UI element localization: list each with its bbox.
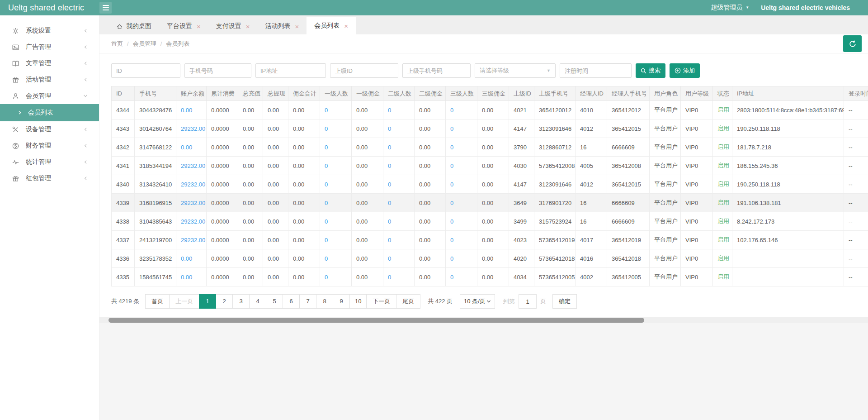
cell-phone: 2413219700 xyxy=(135,231,176,249)
filter-parent-id-input[interactable] xyxy=(330,63,398,78)
link-l1_count[interactable]: 0 xyxy=(325,200,328,206)
link-balance[interactable]: 29232.00 xyxy=(181,200,205,206)
link-l3_count[interactable]: 0 xyxy=(450,125,453,132)
sidebar-item-system-settings[interactable]: 系统设置 xyxy=(0,23,99,39)
cell-consume: 0.0000 xyxy=(207,119,238,138)
tab-payment-settings[interactable]: 支付设置 × xyxy=(208,18,258,34)
link-l3_count[interactable]: 0 xyxy=(450,237,453,243)
link-l1_count[interactable]: 0 xyxy=(325,107,328,114)
breadcrumb-home[interactable]: 首页 xyxy=(111,40,123,48)
link-l1_count[interactable]: 0 xyxy=(325,274,328,281)
tab-platform-settings[interactable]: 平台设置 × xyxy=(159,18,208,34)
sidebar-item-member-management[interactable]: 会员管理 xyxy=(0,88,99,104)
sidebar-item-redpacket-management[interactable]: 红包管理 xyxy=(0,170,99,186)
link-l3_count[interactable]: 0 xyxy=(450,144,453,151)
filter-ip-input[interactable] xyxy=(255,63,326,78)
link-l1_count[interactable]: 0 xyxy=(325,181,328,188)
link-l3_count[interactable]: 0 xyxy=(450,181,453,188)
link-l1_count[interactable]: 0 xyxy=(325,162,328,169)
sidebar-item-ad-management[interactable]: 广告管理 xyxy=(0,39,99,55)
link-l2_count[interactable]: 0 xyxy=(388,125,391,132)
admin-dropdown[interactable]: 超级管理员 ▼ xyxy=(711,4,749,12)
first-page-button[interactable]: 首页 xyxy=(145,294,170,309)
filter-register-time-input[interactable] xyxy=(560,63,632,78)
level-select[interactable]: 请选择等级 ▼ xyxy=(475,63,556,78)
link-balance[interactable]: 29232.00 xyxy=(181,181,205,188)
link-l2_count[interactable]: 0 xyxy=(388,237,391,243)
link-l3_count[interactable]: 0 xyxy=(450,218,453,225)
link-balance[interactable]: 0.00 xyxy=(181,255,192,262)
link-balance[interactable]: 29232.00 xyxy=(181,125,205,132)
link-l1_count[interactable]: 0 xyxy=(325,237,328,243)
cell-balance: 29232.00 xyxy=(176,157,207,175)
link-l3_count[interactable]: 0 xyxy=(450,274,453,281)
link-balance[interactable]: 29232.00 xyxy=(181,162,205,169)
link-l3_count[interactable]: 0 xyxy=(450,162,453,169)
confirm-button[interactable]: 确定 xyxy=(552,294,577,309)
link-l2_count[interactable]: 0 xyxy=(388,107,391,114)
close-icon[interactable]: × xyxy=(197,23,201,30)
sidebar-subitem-member-list[interactable]: 会员列表 xyxy=(0,104,99,121)
link-l2_count[interactable]: 0 xyxy=(388,162,391,169)
link-balance[interactable]: 0.00 xyxy=(181,274,192,281)
scrollbar-thumb[interactable] xyxy=(108,318,644,323)
add-button[interactable]: 添加 xyxy=(670,63,700,78)
filter-parent-phone-input[interactable] xyxy=(402,63,471,78)
link-l2_count[interactable]: 0 xyxy=(388,181,391,188)
breadcrumb: 首页 / 会员管理 / 会员列表 xyxy=(111,40,189,48)
page-button-6[interactable]: 6 xyxy=(283,294,300,309)
link-balance[interactable]: 0.00 xyxy=(181,107,192,114)
page-button-9[interactable]: 9 xyxy=(333,294,350,309)
link-l2_count[interactable]: 0 xyxy=(388,218,391,225)
link-l3_count[interactable]: 0 xyxy=(450,255,453,262)
sidebar-item-activity-management[interactable]: 活动管理 xyxy=(0,72,99,88)
page-button-3[interactable]: 3 xyxy=(232,294,250,309)
link-l2_count[interactable]: 0 xyxy=(388,144,391,151)
page-button-5[interactable]: 5 xyxy=(266,294,283,309)
breadcrumb-member-management[interactable]: 会员管理 xyxy=(133,40,156,48)
link-l3_count[interactable]: 0 xyxy=(450,200,453,206)
link-balance[interactable]: 29232.00 xyxy=(181,237,205,243)
link-balance[interactable]: 29232.00 xyxy=(181,218,205,225)
next-page-button[interactable]: 下一页 xyxy=(366,294,396,309)
link-l1_count[interactable]: 0 xyxy=(325,255,328,262)
filter-phone-input[interactable] xyxy=(184,63,251,78)
cell-phone: 3147668122 xyxy=(135,138,176,157)
link-l1_count[interactable]: 0 xyxy=(325,125,328,132)
tools-icon xyxy=(12,126,19,134)
cell-commission: 0.00 xyxy=(288,138,320,157)
sidebar-item-finance-management[interactable]: 财务管理 xyxy=(0,138,99,154)
close-icon[interactable]: × xyxy=(295,23,299,30)
link-l2_count[interactable]: 0 xyxy=(388,274,391,281)
sidebar-item-label: 红包管理 xyxy=(26,174,51,182)
tab-member-list[interactable]: 会员列表 × xyxy=(307,17,356,34)
page-button-10[interactable]: 10 xyxy=(349,294,367,309)
link-l1_count[interactable]: 0 xyxy=(325,218,328,225)
search-button[interactable]: 搜索 xyxy=(636,63,665,78)
prev-page-button[interactable]: 上一页 xyxy=(169,294,199,309)
link-l2_count[interactable]: 0 xyxy=(388,255,391,262)
sidebar-item-stats-management[interactable]: 统计管理 xyxy=(0,154,99,170)
page-button-2[interactable]: 2 xyxy=(216,294,233,309)
sidebar-item-article-management[interactable]: 文章管理 xyxy=(0,55,99,72)
menu-toggle-icon[interactable] xyxy=(99,2,112,14)
link-balance[interactable]: 0.00 xyxy=(181,144,192,151)
page-button-8[interactable]: 8 xyxy=(316,294,333,309)
sidebar-item-device-management[interactable]: 设备管理 xyxy=(0,121,99,138)
goto-page-input[interactable] xyxy=(519,294,537,309)
link-l1_count[interactable]: 0 xyxy=(325,144,328,151)
page-button-7[interactable]: 7 xyxy=(299,294,316,309)
last-page-button[interactable]: 尾页 xyxy=(396,294,420,309)
tab-activity-list[interactable]: 活动列表 × xyxy=(258,18,307,34)
filter-id-input[interactable] xyxy=(111,63,180,78)
link-l2_count[interactable]: 0 xyxy=(388,200,391,206)
per-page-select[interactable]: 10 条/页 xyxy=(460,294,495,309)
link-l3_count[interactable]: 0 xyxy=(450,107,453,114)
table-row: 433632351783520.000.00000.000.000.0000.0… xyxy=(112,249,868,268)
page-button-1[interactable]: 1 xyxy=(199,294,216,309)
refresh-button[interactable] xyxy=(843,35,862,52)
tab-my-desktop[interactable]: 我的桌面 xyxy=(108,18,159,34)
close-icon[interactable]: × xyxy=(344,23,348,29)
close-icon[interactable]: × xyxy=(246,23,250,30)
page-button-4[interactable]: 4 xyxy=(249,294,266,309)
